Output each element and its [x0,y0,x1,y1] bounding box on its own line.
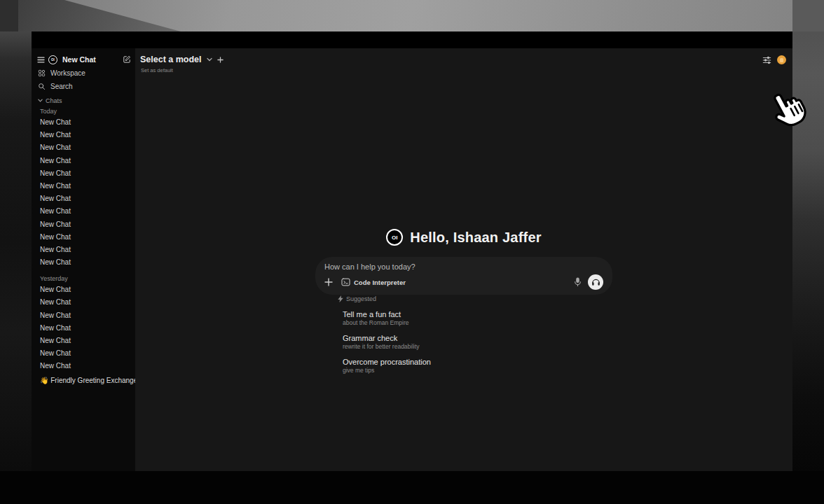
greeting-text: Hello, Ishaan Jaffer [410,230,541,246]
group-label-today: Today [40,107,135,116]
chat-list-item[interactable]: New Chat [32,167,135,180]
chat-list-item[interactable]: New Chat [32,180,135,192]
message-input[interactable] [324,262,603,271]
message-composer[interactable]: Code Interpreter [315,257,612,295]
chat-list-item[interactable]: New Chat [32,284,135,296]
workspace-grid-icon [38,69,46,77]
chat-list-item[interactable]: New Chat [32,347,135,360]
chat-list-item[interactable]: New Chat [32,360,135,372]
chat-list-item[interactable]: New Chat [32,205,135,218]
chat-list-item[interactable]: New Chat [32,141,135,154]
chats-label: Chats [46,97,62,104]
chat-list-item[interactable]: New Chat [32,129,135,141]
add-model-icon[interactable] [217,57,224,63]
suggested-header: Suggested [338,295,562,303]
code-interpreter-icon [341,278,350,286]
chat-list-item[interactable]: New Chat [32,116,135,129]
sidebar-nav: Workspace Search [32,66,135,93]
group-label-yesterday: Yesterday [40,274,135,284]
app-logo-text: OI [51,58,55,62]
wallpaper-corner-shape [0,0,18,31]
app-logo-large: OI [386,229,403,246]
code-interpreter-toggle[interactable]: Code Interpreter [341,278,406,286]
wallpaper-bottom-strip [0,471,824,504]
user-avatar[interactable] [777,55,786,64]
new-chat-icon[interactable] [123,55,131,64]
prompt-subtitle: about the Roman Empire [343,319,562,327]
chat-list-item[interactable]: New Chat [32,218,135,231]
greeting-hero: OI Hello, Ishaan Jaffer [135,229,792,246]
chat-list-item[interactable]: New Chat [32,231,135,244]
settings-sliders-icon[interactable] [762,56,771,64]
chat-list-yesterday: New ChatNew ChatNew ChatNew ChatNew Chat… [32,284,135,372]
chat-list-item[interactable]: New Chat [32,322,135,335]
topbar-right-controls [762,55,786,64]
microphone-icon[interactable] [574,277,582,287]
bolt-icon [338,295,343,302]
chevron-down-icon [38,99,43,102]
chat-list-today: New ChatNew ChatNew ChatNew ChatNew Chat… [32,116,135,269]
app-logo-text: OI [392,234,397,241]
chat-list-item[interactable]: New Chat [32,309,135,322]
prompt-title: Tell me a fun fact [343,309,562,319]
suggested-section: Suggested Tell me a fun fact about the R… [338,295,562,374]
sidebar: OI New Chat Workspace Search [32,48,135,471]
app-logo: OI [48,55,57,64]
prompt-title: Overcome procrastination [343,357,562,367]
model-selector[interactable]: Select a model [140,55,224,64]
chat-list-item[interactable]: New Chat [32,296,135,309]
main-area: Select a model Set as default OI Hello, … [135,48,792,471]
chevron-down-icon[interactable] [207,57,212,62]
chat-list-named: 👋 Friendly Greeting Exchange [32,374,135,387]
workspace-label: Workspace [50,69,85,77]
suggested-label: Suggested [346,295,376,302]
sidebar-item-workspace[interactable]: Workspace [32,66,135,80]
suggested-prompt[interactable]: Grammar check rewrite it for better read… [338,333,562,351]
chat-list-item[interactable]: New Chat [32,155,135,167]
sidebar-toggle-icon[interactable] [37,57,45,63]
code-interpreter-label: Code Interpreter [354,279,406,286]
wallpaper-right-strip [792,31,824,471]
attach-plus-icon[interactable] [324,278,333,286]
prompt-title: Grammar check [343,333,562,343]
prompt-subtitle: rewrite it for better readability [343,343,562,351]
chat-list-item[interactable]: New Chat [32,244,135,256]
sidebar-header: OI New Chat [37,54,131,65]
voice-call-button[interactable] [588,274,603,290]
sidebar-title: New Chat [62,55,119,64]
set-as-default-link[interactable]: Set as default [141,67,173,74]
search-label: Search [50,83,73,90]
model-selector-label[interactable]: Select a model [140,55,202,64]
wallpaper-left-strip [0,31,32,471]
chats-section-toggle[interactable]: Chats [38,96,135,105]
headphones-icon [591,278,600,286]
prompt-subtitle: give me tips [343,367,562,374]
chat-list-item[interactable]: New Chat [32,256,135,269]
window-top-strip [32,31,792,48]
chat-list-item-named[interactable]: 👋 Friendly Greeting Exchange [32,374,135,387]
suggested-prompts: Tell me a fun fact about the Roman Empir… [338,309,562,374]
app-window: OI New Chat Workspace Search [32,31,792,471]
chat-list-item[interactable]: New Chat [32,335,135,347]
wallpaper-top-right [792,0,824,31]
desktop-background: OI New Chat Workspace Search [0,0,824,504]
suggested-prompt[interactable]: Overcome procrastination give me tips [338,357,562,374]
suggested-prompt[interactable]: Tell me a fun fact about the Roman Empir… [338,309,562,327]
chat-list-item[interactable]: New Chat [32,192,135,205]
search-icon [38,83,46,90]
sidebar-item-search[interactable]: Search [32,80,135,93]
